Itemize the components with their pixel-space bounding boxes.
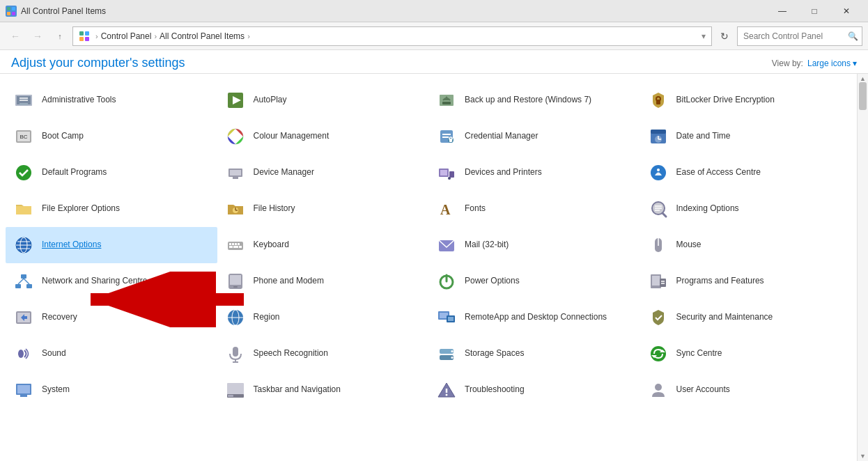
svg-rect-4 <box>79 31 84 36</box>
item-region[interactable]: Region <box>217 299 429 336</box>
item-label-storage: Storage Spaces <box>465 348 524 359</box>
item-icon-recovery <box>13 306 35 329</box>
item-trouble[interactable]: Troubleshooting <box>428 372 640 408</box>
item-label-backup: Back up and Restore (Windows 7) <box>465 95 591 106</box>
item-bootcamp[interactable]: BC Boot Camp <box>6 118 217 155</box>
search-input[interactable] <box>737 26 862 46</box>
item-mouse[interactable]: Mouse <box>640 227 852 263</box>
item-sound[interactable]: Sound <box>6 336 217 372</box>
item-label-ease: Ease of Access Centre <box>676 167 761 178</box>
svg-rect-2 <box>7 12 10 15</box>
item-icon-default <box>13 162 35 184</box>
item-security[interactable]: Security and Maintenance <box>640 299 852 336</box>
svg-rect-107 <box>17 385 30 393</box>
svg-rect-77 <box>230 275 241 285</box>
item-label-datetime: Date and Time <box>676 131 731 142</box>
item-autoplay[interactable]: AutoPlay <box>217 82 429 118</box>
main-content: Adjust your computer's settings View by:… <box>0 50 868 461</box>
dropdown-arrow[interactable]: ▾ <box>702 31 706 41</box>
svg-point-42 <box>448 177 451 180</box>
item-default[interactable]: Default Programs <box>6 155 217 191</box>
svg-rect-94 <box>448 317 454 321</box>
item-recovery[interactable]: Recovery <box>6 299 217 336</box>
item-icon-mail <box>435 234 458 256</box>
item-internet[interactable]: Internet Options <box>6 227 217 263</box>
svg-rect-63 <box>235 243 237 245</box>
item-label-keyboard: Keyboard <box>254 240 289 251</box>
item-taskbar[interactable]: Taskbar and Navigation <box>217 372 429 408</box>
item-icon-datetime <box>647 125 669 148</box>
scroll-down-arrow[interactable]: ▼ <box>860 453 866 461</box>
item-label-remoteapp: RemoteApp and Desktop Connections <box>465 312 607 323</box>
item-indexing[interactable]: Indexing Options <box>640 191 852 227</box>
svg-rect-72 <box>15 284 21 288</box>
item-label-sound: Sound <box>42 348 66 359</box>
address-box[interactable]: › Control Panel › All Control Panel Item… <box>72 26 712 46</box>
item-keyboard[interactable]: Keyboard <box>217 227 429 263</box>
item-fileexp[interactable]: File Explorer Options <box>6 191 217 227</box>
item-programs[interactable]: Programs and Features <box>640 263 852 299</box>
maximize-button[interactable]: □ <box>798 0 830 22</box>
item-icon-devices <box>435 162 458 184</box>
item-bitlocker[interactable]: BitLocker Drive Encryption <box>640 82 852 118</box>
svg-rect-45 <box>16 206 31 214</box>
item-label-sync: Sync Centre <box>676 348 722 359</box>
svg-point-115 <box>655 384 662 391</box>
item-devices[interactable]: Devices and Printers <box>428 155 640 191</box>
view-by-text: Large icons <box>807 58 851 68</box>
forward-button[interactable]: → <box>28 26 47 46</box>
item-datetime[interactable]: Date and Time <box>640 118 852 155</box>
item-filehist[interactable]: File History <box>217 191 429 227</box>
back-button[interactable]: ← <box>6 26 25 46</box>
item-power[interactable]: Power Options <box>428 263 640 299</box>
scroll-up-arrow[interactable]: ▲ <box>860 74 866 82</box>
item-icon-power <box>435 270 458 292</box>
item-fonts[interactable]: A Fonts <box>428 191 640 227</box>
item-label-bitlocker: BitLocker Drive Encryption <box>676 95 775 106</box>
item-label-security: Security and Maintenance <box>676 312 773 323</box>
item-icon-remoteapp <box>435 306 458 329</box>
item-devicemgr[interactable]: Device Manager <box>217 155 429 191</box>
item-backup[interactable]: Back up and Restore (Windows 7) <box>428 82 640 118</box>
view-by-label: View by: <box>772 58 803 68</box>
item-speech[interactable]: Speech Recognition <box>217 336 429 372</box>
item-icon-phone <box>224 270 247 292</box>
svg-line-51 <box>662 213 666 217</box>
search-wrap: 🔍 <box>737 26 862 46</box>
item-label-mouse: Mouse <box>676 240 702 251</box>
item-system[interactable]: System <box>6 372 217 408</box>
item-mail[interactable]: Mail (32-bit) <box>428 227 640 263</box>
up-button[interactable]: ↑ <box>50 26 70 46</box>
scrollbar[interactable]: ▲ ▼ <box>857 74 868 461</box>
scroll-thumb[interactable] <box>859 82 867 110</box>
svg-rect-1 <box>12 7 15 10</box>
item-icon-keyboard <box>224 234 247 256</box>
close-button[interactable]: ✕ <box>830 0 862 22</box>
item-network[interactable]: Network and Sharing Centre <box>6 263 217 299</box>
item-icon-backup <box>435 89 458 111</box>
refresh-button[interactable]: ↻ <box>715 26 734 46</box>
item-label-users: User Accounts <box>676 384 730 396</box>
breadcrumb-all-items[interactable]: All Control Panel Items <box>160 31 245 41</box>
item-label-devicemgr: Device Manager <box>254 167 314 178</box>
item-credential[interactable]: Credential Manager <box>428 118 640 155</box>
item-ease[interactable]: Ease of Access Centre <box>640 155 852 191</box>
item-sync[interactable]: Sync Centre <box>640 336 852 372</box>
svg-point-101 <box>451 350 454 352</box>
view-by-value[interactable]: Large icons ▾ <box>807 58 857 68</box>
item-label-programs: Programs and Features <box>676 276 764 287</box>
item-users[interactable]: User Accounts <box>640 372 852 408</box>
item-phone[interactable]: Phone and Modem <box>217 263 429 299</box>
item-remoteapp[interactable]: RemoteApp and Desktop Connections <box>428 299 640 336</box>
item-colour[interactable]: Colour Management <box>217 118 429 155</box>
item-label-credential: Credential Manager <box>465 131 538 142</box>
minimize-button[interactable]: — <box>766 0 798 22</box>
item-admin[interactable]: Administrative Tools <box>6 82 217 118</box>
item-icon-mouse <box>647 234 669 256</box>
svg-rect-73 <box>26 284 32 288</box>
item-icon-users <box>647 379 669 401</box>
item-icon-colour <box>224 125 247 148</box>
breadcrumb-control-panel[interactable]: Control Panel <box>101 31 152 41</box>
item-label-region: Region <box>254 312 280 323</box>
item-storage[interactable]: Storage Spaces <box>428 336 640 372</box>
